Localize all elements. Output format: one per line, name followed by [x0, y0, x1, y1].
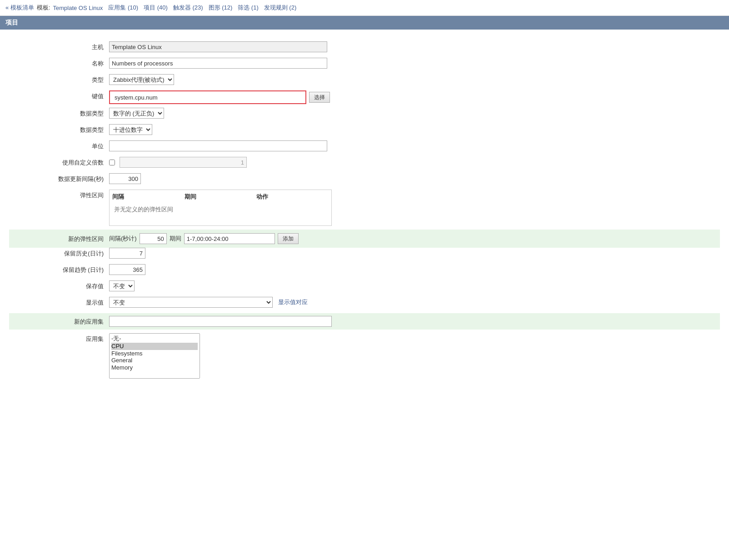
flex-interval-field: 间隔 期间 动作 并无定义的的弹性区间 — [109, 190, 720, 226]
value-type-label: 数据类型 — [9, 124, 109, 134]
graphs-link[interactable]: 图形 (12) — [209, 4, 233, 12]
store-value-field: 不变 — [109, 280, 720, 291]
flex-interval-empty: 并无定义的的弹性区间 — [112, 204, 329, 215]
flex-header-action: 动作 — [256, 193, 329, 201]
store-value-select[interactable]: 不变 — [109, 280, 135, 291]
name-input[interactable] — [109, 58, 327, 69]
host-label: 主机 — [9, 41, 109, 51]
multiplier-row: 使用自定义倍数 — [9, 157, 720, 170]
display-value-select[interactable]: 不变 — [109, 297, 273, 308]
section-header: 项目 — [0, 16, 729, 30]
discovery-link[interactable]: 发现规则 (2) — [264, 4, 297, 12]
flex-interval-header: 间隔 期间 动作 — [112, 193, 329, 201]
new-flex-period-label: 期间 — [170, 235, 181, 243]
data-type-field: 数字的 (无正负) — [109, 108, 720, 119]
flex-interval-box: 间隔 期间 动作 并无定义的的弹性区间 — [109, 190, 332, 226]
new-flex-interval-label: 间隔(秒计) — [109, 235, 137, 243]
key-field: 选择 — [109, 90, 720, 104]
key-select-button[interactable]: 选择 — [309, 92, 330, 103]
new-flex-period-input[interactable] — [184, 233, 275, 244]
multiplier-label: 使用自定义倍数 — [9, 157, 109, 167]
retain-trend-row: 保留趋势 (日计) — [9, 264, 720, 277]
app-set-label: 应用集 — [9, 333, 109, 343]
display-value-label: 显示值 — [9, 297, 109, 307]
new-flex-row: 新的弹性区间 间隔(秒计) 期间 添加 — [9, 230, 720, 248]
multiplier-checkbox[interactable] — [109, 160, 115, 165]
filters-link[interactable]: 筛选 (1) — [238, 4, 259, 12]
new-flex-interval-input[interactable] — [140, 233, 167, 244]
host-input[interactable] — [109, 41, 327, 52]
top-nav: « 模板清单 模板: Template OS Linux 应用集 (10) 项目… — [0, 0, 729, 16]
value-type-row: 数据类型 十进位数字 — [9, 124, 720, 137]
app-set-listbox[interactable]: -无-CPUFilesystemsGeneralMemory — [109, 333, 200, 379]
app-set-field: -无-CPUFilesystemsGeneralMemory — [109, 333, 720, 379]
type-label: 类型 — [9, 74, 109, 84]
back-link[interactable]: « 模板清单 — [5, 4, 34, 12]
items-link[interactable]: 项目 (40) — [144, 4, 168, 12]
unit-field — [109, 140, 720, 151]
new-app-row: 新的应用集 — [9, 313, 720, 330]
key-row: 键值 选择 — [9, 90, 720, 104]
triggers-link[interactable]: 触发器 (23) — [173, 4, 203, 12]
apps-link[interactable]: 应用集 (10) — [108, 4, 138, 12]
retain-history-row: 保留历史(日计) — [9, 248, 720, 260]
multiplier-input[interactable] — [120, 157, 247, 168]
unit-input[interactable] — [109, 140, 327, 151]
host-field — [109, 41, 720, 52]
flex-interval-row: 弹性区间 间隔 期间 动作 并无定义的的弹性区间 — [9, 190, 720, 226]
new-app-input[interactable] — [109, 316, 332, 327]
template-link[interactable]: Template OS Linux — [53, 5, 103, 11]
retain-history-field — [109, 248, 720, 259]
retain-trend-field — [109, 264, 720, 275]
store-value-label: 保存值 — [9, 280, 109, 290]
retain-trend-input[interactable] — [109, 264, 145, 275]
new-flex-label: 新的弹性区间 — [9, 233, 109, 243]
type-field: Zabbix代理(被动式) — [109, 74, 720, 85]
retain-history-label: 保留历史(日计) — [9, 248, 109, 258]
name-label: 名称 — [9, 58, 109, 68]
section-title: 项目 — [5, 19, 18, 26]
name-field — [109, 58, 720, 69]
flex-header-interval: 间隔 — [112, 193, 185, 201]
data-type-row: 数据类型 数字的 (无正负) — [9, 108, 720, 120]
display-value-link[interactable]: 显示值对应 — [278, 298, 308, 306]
new-app-field — [109, 316, 720, 327]
display-value-field: 不变 显示值对应 — [109, 297, 720, 308]
multiplier-field — [109, 157, 720, 168]
key-label: 键值 — [9, 90, 109, 100]
name-row: 名称 — [9, 58, 720, 70]
value-type-field: 十进位数字 — [109, 124, 720, 135]
key-input[interactable] — [112, 93, 303, 102]
new-app-label: 新的应用集 — [9, 316, 109, 326]
host-row: 主机 — [9, 41, 720, 54]
key-field-wrapper — [109, 90, 306, 104]
retain-trend-label: 保留趋势 (日计) — [9, 264, 109, 274]
retain-history-input[interactable] — [109, 248, 145, 259]
interval-row: 数据更新间隔(秒) — [9, 173, 720, 186]
new-flex-field: 间隔(秒计) 期间 添加 — [109, 233, 720, 244]
template-prefix: 模板: — [37, 4, 50, 12]
new-flex-add-button[interactable]: 添加 — [278, 233, 299, 244]
interval-label: 数据更新间隔(秒) — [9, 173, 109, 183]
flex-header-period: 期间 — [185, 193, 257, 201]
store-value-row: 保存值 不变 — [9, 280, 720, 293]
interval-field — [109, 173, 720, 184]
flex-interval-label: 弹性区间 — [9, 190, 109, 200]
unit-row: 单位 — [9, 140, 720, 153]
type-select[interactable]: Zabbix代理(被动式) — [109, 74, 174, 85]
form-container: 主机 名称 类型 Zabbix代理(被动式) 键值 选择 数据类型 数字的 (无… — [0, 37, 729, 391]
type-row: 类型 Zabbix代理(被动式) — [9, 74, 720, 87]
app-set-row: 应用集 -无-CPUFilesystemsGeneralMemory — [9, 333, 720, 379]
interval-input[interactable] — [109, 173, 141, 184]
value-type-select[interactable]: 十进位数字 — [109, 124, 152, 135]
display-value-row: 显示值 不变 显示值对应 — [9, 297, 720, 310]
data-type-select[interactable]: 数字的 (无正负) — [109, 108, 164, 119]
unit-label: 单位 — [9, 140, 109, 150]
data-type-label: 数据类型 — [9, 108, 109, 118]
